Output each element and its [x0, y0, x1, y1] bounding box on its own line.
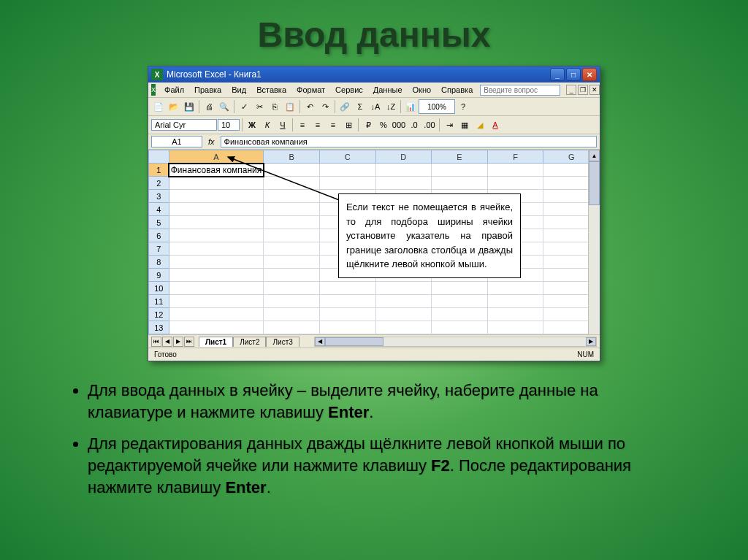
tab-nav-last[interactable]: ⏭: [184, 337, 194, 347]
maximize-button[interactable]: □: [566, 68, 581, 81]
doc-restore-button[interactable]: ❐: [578, 85, 588, 95]
cell[interactable]: [319, 177, 375, 190]
redo-icon[interactable]: ↷: [318, 99, 332, 114]
row-header-4[interactable]: 4: [149, 203, 169, 216]
scroll-right-button[interactable]: ▶: [586, 337, 596, 346]
cell[interactable]: [432, 295, 488, 308]
row-header-2[interactable]: 2: [149, 177, 169, 190]
row-header-11[interactable]: 11: [149, 295, 169, 308]
menu-window[interactable]: Окно: [408, 84, 436, 96]
row-header-5[interactable]: 5: [149, 216, 169, 229]
italic-icon[interactable]: К: [260, 118, 275, 132]
cell[interactable]: [487, 177, 543, 190]
row-header-9[interactable]: 9: [149, 269, 169, 282]
row-header-10[interactable]: 10: [149, 282, 169, 295]
cell[interactable]: [487, 321, 543, 334]
scroll-thumb[interactable]: [589, 161, 600, 205]
cell[interactable]: [169, 269, 264, 282]
cell[interactable]: [432, 282, 488, 295]
cell[interactable]: [169, 177, 264, 190]
menu-file[interactable]: Файл: [160, 84, 188, 96]
minimize-button[interactable]: _: [550, 68, 565, 81]
paste-icon[interactable]: 📋: [283, 99, 297, 114]
cell[interactable]: [169, 242, 264, 256]
cell[interactable]: [264, 177, 320, 190]
font-color-icon[interactable]: A: [488, 118, 503, 132]
row-header-13[interactable]: 13: [149, 321, 169, 334]
cell[interactable]: [432, 164, 488, 177]
cell[interactable]: [169, 321, 264, 334]
cell[interactable]: [264, 282, 320, 295]
row-header-7[interactable]: 7: [149, 242, 169, 256]
sheet-tab-3[interactable]: Лист3: [266, 337, 299, 347]
sort-desc-icon[interactable]: ↓Z: [383, 99, 398, 114]
borders-icon[interactable]: ▦: [457, 118, 472, 132]
percent-icon[interactable]: %: [376, 118, 391, 132]
tab-nav-prev[interactable]: ◀: [162, 337, 172, 347]
name-box[interactable]: A1: [151, 136, 202, 147]
row-header-1[interactable]: 1: [149, 164, 169, 177]
cell[interactable]: [487, 164, 543, 177]
menu-tools[interactable]: Сервис: [331, 84, 367, 96]
help-search-input[interactable]: [480, 85, 560, 96]
cell[interactable]: [319, 308, 375, 321]
menu-insert[interactable]: Вставка: [252, 84, 291, 96]
scroll-left-button[interactable]: ◀: [315, 337, 325, 346]
increase-decimal-icon[interactable]: .00: [422, 118, 437, 132]
cell[interactable]: [432, 177, 488, 190]
row-header-3[interactable]: 3: [149, 190, 169, 203]
col-header-d[interactable]: D: [375, 150, 432, 164]
cell[interactable]: [169, 256, 264, 269]
align-center-icon[interactable]: ≡: [310, 118, 325, 132]
row-header-8[interactable]: 8: [149, 256, 169, 269]
select-all-corner[interactable]: [149, 150, 169, 164]
comma-icon[interactable]: 000: [392, 118, 406, 132]
undo-icon[interactable]: ↶: [302, 99, 317, 114]
hscroll-thumb[interactable]: [325, 337, 383, 346]
chart-icon[interactable]: 📊: [403, 99, 418, 114]
tab-nav-first[interactable]: ⏮: [151, 337, 161, 347]
cell[interactable]: [264, 308, 320, 321]
bold-icon[interactable]: Ж: [245, 118, 259, 132]
cell[interactable]: [487, 295, 543, 308]
sheet-tab-1[interactable]: Лист1: [199, 337, 233, 347]
cell[interactable]: [264, 256, 320, 269]
horizontal-scrollbar[interactable]: ◀ ▶: [314, 337, 597, 347]
cell[interactable]: [264, 269, 320, 282]
col-header-e[interactable]: E: [432, 150, 488, 164]
fx-button[interactable]: fx: [205, 137, 218, 146]
formula-input[interactable]: Финансовая компания: [221, 136, 597, 147]
cell[interactable]: [264, 229, 320, 242]
cell[interactable]: [319, 295, 375, 308]
cell[interactable]: [375, 164, 432, 177]
preview-icon[interactable]: 🔍: [217, 99, 232, 114]
cell[interactable]: [319, 321, 375, 334]
font-size-dropdown[interactable]: 10: [218, 119, 240, 131]
print-icon[interactable]: 🖨: [202, 99, 216, 114]
menu-help[interactable]: Справка: [437, 84, 477, 96]
cell[interactable]: [375, 295, 432, 308]
cell[interactable]: [169, 229, 264, 242]
col-header-c[interactable]: C: [319, 150, 375, 164]
help-icon[interactable]: ?: [456, 99, 470, 114]
cell[interactable]: [264, 164, 320, 177]
cell[interactable]: [169, 203, 264, 216]
align-right-icon[interactable]: ≡: [326, 118, 340, 132]
vertical-scrollbar[interactable]: ▲: [588, 150, 600, 334]
cell[interactable]: [432, 308, 488, 321]
save-icon[interactable]: 💾: [182, 99, 196, 114]
underline-icon[interactable]: Ч: [275, 118, 290, 132]
cell[interactable]: [375, 177, 432, 190]
copy-icon[interactable]: ⎘: [267, 99, 282, 114]
cell[interactable]: [264, 295, 320, 308]
spell-icon[interactable]: ✓: [237, 99, 251, 114]
zoom-dropdown[interactable]: 100%: [419, 99, 455, 114]
cell[interactable]: [264, 242, 320, 256]
cell[interactable]: [375, 321, 432, 334]
cell[interactable]: [264, 216, 320, 229]
menu-view[interactable]: Вид: [227, 84, 251, 96]
sort-asc-icon[interactable]: ↓A: [368, 99, 383, 114]
row-header-12[interactable]: 12: [149, 308, 169, 321]
decrease-decimal-icon[interactable]: .0: [407, 118, 421, 132]
link-icon[interactable]: 🔗: [337, 99, 352, 114]
